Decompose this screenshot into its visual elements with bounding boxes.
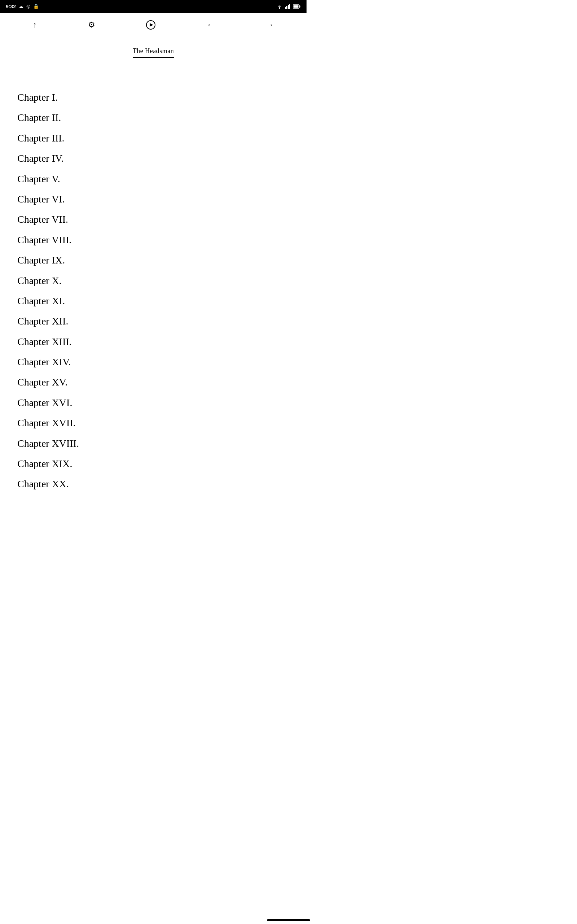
book-title: The Headsman [133,47,174,55]
forward-button[interactable]: → [260,17,279,32]
back-button[interactable]: ← [201,17,220,32]
play-icon [146,20,155,30]
wifi-icon [276,4,283,9]
chapter-item[interactable]: Chapter XV. [17,372,289,393]
status-bar-left: 9:32 ☁ ◎ 🔒 [6,3,39,10]
svg-rect-2 [286,6,287,9]
chapter-item[interactable]: Chapter IX. [17,250,289,270]
status-bar-right [276,4,301,9]
toolbar: ↑ ⚙ ← → [0,13,306,37]
chapter-item[interactable]: Chapter XIV. [17,352,289,372]
chapter-item[interactable]: Chapter XIII. [17,332,289,352]
lock-icon: 🔒 [33,3,39,10]
svg-rect-4 [289,4,290,9]
chapter-item[interactable]: Chapter VII. [17,209,289,229]
chapter-item[interactable]: Chapter V. [17,169,289,189]
svg-rect-3 [288,5,289,9]
chapter-item[interactable]: Chapter III. [17,128,289,149]
chapter-item[interactable]: Chapter X. [17,271,289,291]
play-button[interactable] [140,17,161,32]
spacer [0,61,306,79]
chapter-item[interactable]: Chapter XVI. [17,393,289,413]
chapter-item[interactable]: Chapter VIII. [17,230,289,250]
chapter-item[interactable]: Chapter II. [17,108,289,128]
chapter-item[interactable]: Chapter IV. [17,149,289,168]
svg-rect-7 [300,6,301,8]
chapter-item[interactable]: Chapter I. [17,87,289,108]
chapter-item[interactable]: Chapter VI. [17,189,289,209]
chapter-item[interactable]: Chapter XVIII. [17,433,289,454]
svg-point-0 [279,8,280,9]
status-time: 9:32 [6,3,16,10]
chapter-item[interactable]: Chapter XX. [17,474,289,494]
signal-icon [285,4,291,9]
svg-rect-6 [293,5,298,8]
status-bar: 9:32 ☁ ◎ 🔒 [0,0,306,13]
chapter-item[interactable]: Chapter XI. [17,291,289,311]
cloud-icon: ☁ [19,3,23,10]
battery-icon [293,4,301,9]
circle-icon: ◎ [26,3,30,10]
book-title-area: The Headsman [0,37,306,61]
chapter-item[interactable]: Chapter XIX. [17,454,289,474]
svg-rect-1 [285,7,286,9]
chapter-list: Chapter I.Chapter II.Chapter III.Chapter… [17,87,289,494]
chapter-item[interactable]: Chapter XII. [17,311,289,331]
toc-container: Chapter I.Chapter II.Chapter III.Chapter… [0,79,306,503]
chapter-item[interactable]: Chapter XVII. [17,413,289,433]
settings-button[interactable]: ⚙ [82,17,101,32]
svg-marker-9 [150,23,153,27]
up-button[interactable]: ↑ [27,17,43,32]
